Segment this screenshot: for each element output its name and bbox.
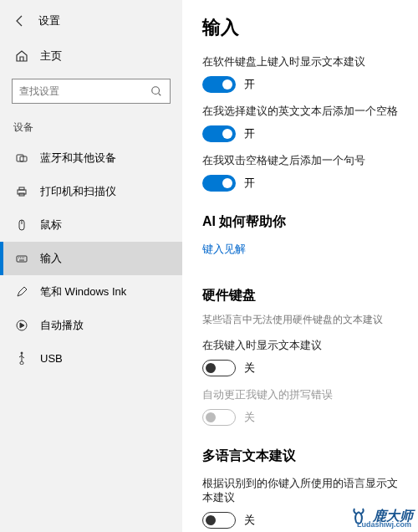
svg-rect-4 [19, 187, 24, 190]
toggle-state: 关 [244, 411, 255, 425]
setting-label: 在我双击空格键之后添加一个句号 [202, 154, 403, 168]
content-pane: 输入 在软件键盘上键入时显示文本建议 开 在我选择建议的英文文本后添加一个空格 … [182, 0, 418, 532]
sidebar-item-pen[interactable]: 笔和 Windows Ink [0, 275, 182, 309]
search-input[interactable] [19, 85, 150, 97]
toggle-row: 开 [202, 76, 403, 93]
home-label: 主页 [40, 49, 62, 64]
watermark: 鹿大师 Ludashiwj.com [348, 505, 413, 527]
sidebar-item-label: 打印机和扫描仪 [40, 184, 116, 199]
toggle-state: 开 [244, 127, 255, 141]
pen-icon [15, 285, 28, 299]
sidebar-item-autoplay[interactable]: 自动播放 [0, 309, 182, 342]
sidebar-item-label: USB [40, 352, 63, 365]
home-nav[interactable]: 主页 [0, 40, 182, 72]
svg-point-9 [21, 352, 23, 354]
settings-title: 设置 [38, 13, 60, 28]
typing-insights-link[interactable]: 键入见解 [202, 243, 246, 257]
toggle-row: 关 [202, 360, 403, 376]
home-icon [15, 49, 28, 63]
setting-label: 在我键入时显示文本建议 [202, 339, 403, 353]
nav-list: 蓝牙和其他设备 打印机和扫描仪 鼠标 输入 笔和 Windows Ink 自动播… [0, 141, 182, 374]
header-row: 设置 [0, 8, 182, 40]
toggle-row: 开 [202, 175, 403, 192]
setting-label: 自动更正我键入的拼写错误 [202, 388, 403, 402]
sidebar-item-label: 鼠标 [40, 217, 62, 233]
toggle-row: 关 [202, 409, 403, 426]
back-icon[interactable] [13, 14, 27, 28]
setting-label: 根据识别到的你键入所使用的语言显示文本建议 [202, 477, 403, 505]
toggle-add-period[interactable] [202, 175, 236, 192]
setting-label: 在我选择建议的英文文本后添加一个空格 [202, 105, 403, 119]
hw-desc: 某些语言中无法使用硬件键盘的文本建议 [202, 313, 403, 327]
sidebar-item-bluetooth[interactable]: 蓝牙和其他设备 [0, 141, 182, 175]
setting-label: 在软件键盘上键入时显示文本建议 [202, 55, 403, 69]
sidebar-item-mouse[interactable]: 鼠标 [0, 208, 182, 242]
sidebar-item-usb[interactable]: USB [0, 342, 182, 374]
search-box[interactable] [12, 79, 171, 104]
toggle-show-text-suggestions[interactable] [202, 76, 236, 93]
toggle-state: 开 [244, 176, 255, 191]
toggle-state: 关 [244, 514, 255, 528]
search-icon [150, 84, 163, 98]
printer-icon [15, 185, 28, 198]
section-label: 设备 [0, 115, 182, 141]
sidebar-item-label: 笔和 Windows Ink [40, 284, 126, 299]
svg-point-0 [152, 87, 160, 95]
toggle-state: 关 [244, 361, 255, 376]
toggle-hw-suggestions[interactable] [202, 360, 236, 376]
toggle-row: 开 [202, 125, 403, 142]
page-title: 输入 [202, 15, 403, 40]
toggle-state: 开 [244, 78, 255, 92]
sidebar-item-label: 蓝牙和其他设备 [40, 151, 116, 166]
usb-icon [15, 351, 28, 365]
sidebar-item-label: 自动播放 [40, 318, 84, 333]
sidebar: 设置 主页 设备 蓝牙和其他设备 打印机和扫描仪 鼠标 输入 [0, 0, 182, 532]
sidebar-item-label: 输入 [40, 251, 62, 266]
toggle-multilang[interactable] [202, 512, 236, 529]
svg-rect-7 [17, 256, 27, 262]
autoplay-icon [15, 319, 28, 332]
ml-heading: 多语言文本建议 [202, 448, 403, 465]
toggle-hw-autocorrect [202, 409, 236, 426]
bluetooth-icon [15, 151, 28, 165]
sidebar-item-printers[interactable]: 打印机和扫描仪 [0, 175, 182, 208]
ai-heading: AI 如何帮助你 [202, 213, 403, 231]
keyboard-icon [15, 252, 28, 265]
toggle-add-space[interactable] [202, 125, 236, 142]
mouse-icon [15, 218, 28, 232]
hw-heading: 硬件键盘 [202, 287, 403, 304]
sidebar-item-typing[interactable]: 输入 [0, 242, 182, 275]
watermark-sub: Ludashiwj.com [357, 520, 411, 529]
